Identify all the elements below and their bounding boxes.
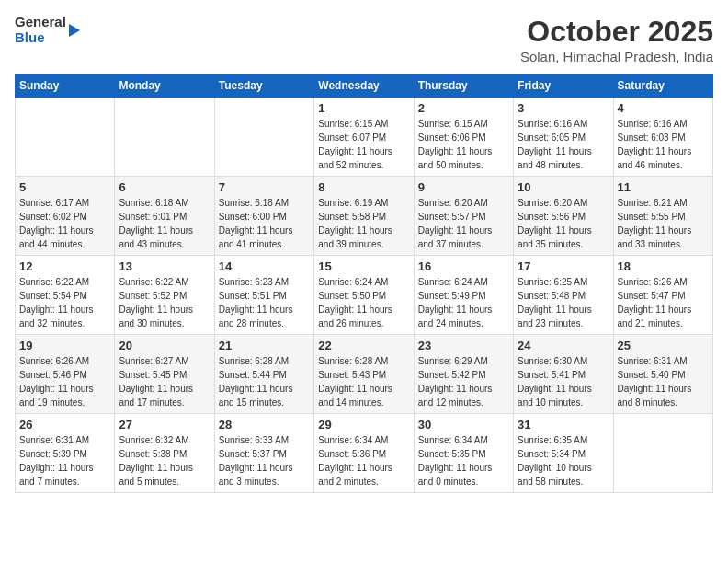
- calendar-cell: 10Sunrise: 6:20 AMSunset: 5:56 PMDayligh…: [514, 177, 613, 256]
- logo: General Blue: [15, 15, 80, 45]
- title-section: October 2025 Solan, Himachal Pradesh, In…: [520, 15, 713, 64]
- day-number: 18: [618, 259, 709, 273]
- calendar-cell: 9Sunrise: 6:20 AMSunset: 5:57 PMDaylight…: [414, 177, 513, 256]
- day-info: Sunrise: 6:22 AMSunset: 5:52 PMDaylight:…: [119, 275, 210, 330]
- day-info: Sunrise: 6:34 AMSunset: 5:35 PMDaylight:…: [418, 433, 509, 488]
- day-number: 8: [318, 180, 409, 194]
- day-info: Sunrise: 6:23 AMSunset: 5:51 PMDaylight:…: [219, 275, 310, 330]
- day-number: 5: [19, 180, 110, 194]
- day-info: Sunrise: 6:24 AMSunset: 5:49 PMDaylight:…: [418, 275, 509, 330]
- page-header: General Blue October 2025 Solan, Himacha…: [15, 15, 713, 64]
- calendar-cell: [16, 98, 115, 177]
- day-info: Sunrise: 6:21 AMSunset: 5:55 PMDaylight:…: [618, 196, 709, 251]
- day-number: 3: [518, 101, 609, 115]
- logo-arrow-icon: [69, 24, 80, 37]
- day-number: 23: [418, 339, 509, 352]
- calendar-week-row: 1Sunrise: 6:15 AMSunset: 6:07 PMDaylight…: [16, 98, 713, 177]
- calendar-cell: 30Sunrise: 6:34 AMSunset: 5:35 PMDayligh…: [414, 414, 513, 493]
- calendar-cell: 2Sunrise: 6:15 AMSunset: 6:06 PMDaylight…: [414, 98, 513, 177]
- calendar-cell: 11Sunrise: 6:21 AMSunset: 5:55 PMDayligh…: [613, 177, 712, 256]
- day-number: 20: [119, 339, 210, 352]
- calendar-week-row: 26Sunrise: 6:31 AMSunset: 5:39 PMDayligh…: [16, 414, 713, 493]
- day-number: 10: [518, 180, 609, 194]
- day-number: 26: [19, 418, 110, 431]
- weekday-header-thursday: Thursday: [414, 75, 513, 98]
- weekday-header-wednesday: Wednesday: [314, 75, 414, 98]
- day-number: 14: [219, 259, 310, 273]
- calendar-cell: 15Sunrise: 6:24 AMSunset: 5:50 PMDayligh…: [314, 256, 414, 335]
- calendar-cell: 26Sunrise: 6:31 AMSunset: 5:39 PMDayligh…: [16, 414, 115, 493]
- calendar-cell: 8Sunrise: 6:19 AMSunset: 5:58 PMDaylight…: [314, 177, 414, 256]
- weekday-header-friday: Friday: [514, 75, 613, 98]
- calendar-week-row: 19Sunrise: 6:26 AMSunset: 5:46 PMDayligh…: [16, 335, 713, 414]
- day-info: Sunrise: 6:24 AMSunset: 5:50 PMDaylight:…: [318, 275, 409, 330]
- day-number: 4: [618, 101, 709, 115]
- day-number: 30: [418, 418, 509, 431]
- weekday-header-tuesday: Tuesday: [214, 75, 313, 98]
- calendar-cell: 4Sunrise: 6:16 AMSunset: 6:03 PMDaylight…: [613, 98, 712, 177]
- calendar-cell: 25Sunrise: 6:31 AMSunset: 5:40 PMDayligh…: [613, 335, 712, 414]
- day-number: 16: [418, 259, 509, 273]
- day-number: 12: [19, 259, 110, 273]
- weekday-header-saturday: Saturday: [613, 75, 712, 98]
- day-info: Sunrise: 6:30 AMSunset: 5:41 PMDaylight:…: [518, 354, 609, 409]
- calendar-cell: 12Sunrise: 6:22 AMSunset: 5:54 PMDayligh…: [16, 256, 115, 335]
- day-info: Sunrise: 6:20 AMSunset: 5:56 PMDaylight:…: [518, 196, 609, 251]
- calendar-cell: 7Sunrise: 6:18 AMSunset: 6:00 PMDaylight…: [214, 177, 313, 256]
- calendar-week-row: 5Sunrise: 6:17 AMSunset: 6:02 PMDaylight…: [16, 177, 713, 256]
- calendar-cell: 18Sunrise: 6:26 AMSunset: 5:47 PMDayligh…: [613, 256, 712, 335]
- location-subtitle: Solan, Himachal Pradesh, India: [520, 49, 713, 64]
- day-info: Sunrise: 6:26 AMSunset: 5:47 PMDaylight:…: [618, 275, 709, 330]
- calendar-week-row: 12Sunrise: 6:22 AMSunset: 5:54 PMDayligh…: [16, 256, 713, 335]
- day-info: Sunrise: 6:31 AMSunset: 5:39 PMDaylight:…: [19, 433, 110, 488]
- calendar-cell: 5Sunrise: 6:17 AMSunset: 6:02 PMDaylight…: [16, 177, 115, 256]
- day-number: 7: [219, 180, 310, 194]
- calendar-cell: 23Sunrise: 6:29 AMSunset: 5:42 PMDayligh…: [414, 335, 513, 414]
- calendar-cell: [214, 98, 313, 177]
- calendar-cell: 20Sunrise: 6:27 AMSunset: 5:45 PMDayligh…: [115, 335, 214, 414]
- day-info: Sunrise: 6:27 AMSunset: 5:45 PMDaylight:…: [119, 354, 210, 409]
- calendar-cell: 13Sunrise: 6:22 AMSunset: 5:52 PMDayligh…: [115, 256, 214, 335]
- day-number: 22: [318, 339, 409, 352]
- weekday-header-row: SundayMondayTuesdayWednesdayThursdayFrid…: [16, 75, 713, 98]
- day-info: Sunrise: 6:26 AMSunset: 5:46 PMDaylight:…: [19, 354, 110, 409]
- calendar-cell: [613, 414, 712, 493]
- logo-blue: Blue: [15, 30, 66, 46]
- day-info: Sunrise: 6:22 AMSunset: 5:54 PMDaylight:…: [19, 275, 110, 330]
- calendar-cell: 21Sunrise: 6:28 AMSunset: 5:44 PMDayligh…: [214, 335, 313, 414]
- calendar-cell: 24Sunrise: 6:30 AMSunset: 5:41 PMDayligh…: [514, 335, 613, 414]
- day-info: Sunrise: 6:15 AMSunset: 6:07 PMDaylight:…: [318, 117, 409, 172]
- weekday-header-monday: Monday: [115, 75, 214, 98]
- day-number: 6: [119, 180, 210, 194]
- calendar-cell: 14Sunrise: 6:23 AMSunset: 5:51 PMDayligh…: [214, 256, 313, 335]
- calendar-cell: 3Sunrise: 6:16 AMSunset: 6:05 PMDaylight…: [514, 98, 613, 177]
- day-info: Sunrise: 6:17 AMSunset: 6:02 PMDaylight:…: [19, 196, 110, 251]
- day-number: 28: [219, 418, 310, 431]
- weekday-header-sunday: Sunday: [16, 75, 115, 98]
- day-number: 9: [418, 180, 509, 194]
- day-info: Sunrise: 6:20 AMSunset: 5:57 PMDaylight:…: [418, 196, 509, 251]
- calendar-cell: 16Sunrise: 6:24 AMSunset: 5:49 PMDayligh…: [414, 256, 513, 335]
- day-info: Sunrise: 6:31 AMSunset: 5:40 PMDaylight:…: [618, 354, 709, 409]
- calendar-cell: 6Sunrise: 6:18 AMSunset: 6:01 PMDaylight…: [115, 177, 214, 256]
- day-info: Sunrise: 6:28 AMSunset: 5:43 PMDaylight:…: [318, 354, 409, 409]
- day-number: 31: [518, 418, 609, 431]
- day-info: Sunrise: 6:33 AMSunset: 5:37 PMDaylight:…: [219, 433, 310, 488]
- month-title: October 2025: [520, 15, 713, 49]
- day-number: 17: [518, 259, 609, 273]
- calendar-cell: 27Sunrise: 6:32 AMSunset: 5:38 PMDayligh…: [115, 414, 214, 493]
- day-number: 15: [318, 259, 409, 273]
- day-info: Sunrise: 6:32 AMSunset: 5:38 PMDaylight:…: [119, 433, 210, 488]
- calendar-cell: 28Sunrise: 6:33 AMSunset: 5:37 PMDayligh…: [214, 414, 313, 493]
- day-info: Sunrise: 6:16 AMSunset: 6:03 PMDaylight:…: [618, 117, 709, 172]
- day-info: Sunrise: 6:18 AMSunset: 6:00 PMDaylight:…: [219, 196, 310, 251]
- day-info: Sunrise: 6:28 AMSunset: 5:44 PMDaylight:…: [219, 354, 310, 409]
- day-number: 25: [618, 339, 709, 352]
- day-number: 24: [518, 339, 609, 352]
- day-number: 27: [119, 418, 210, 431]
- day-number: 1: [318, 101, 409, 115]
- day-info: Sunrise: 6:15 AMSunset: 6:06 PMDaylight:…: [418, 117, 509, 172]
- day-number: 2: [418, 101, 509, 115]
- day-info: Sunrise: 6:34 AMSunset: 5:36 PMDaylight:…: [318, 433, 409, 488]
- day-number: 11: [618, 180, 709, 194]
